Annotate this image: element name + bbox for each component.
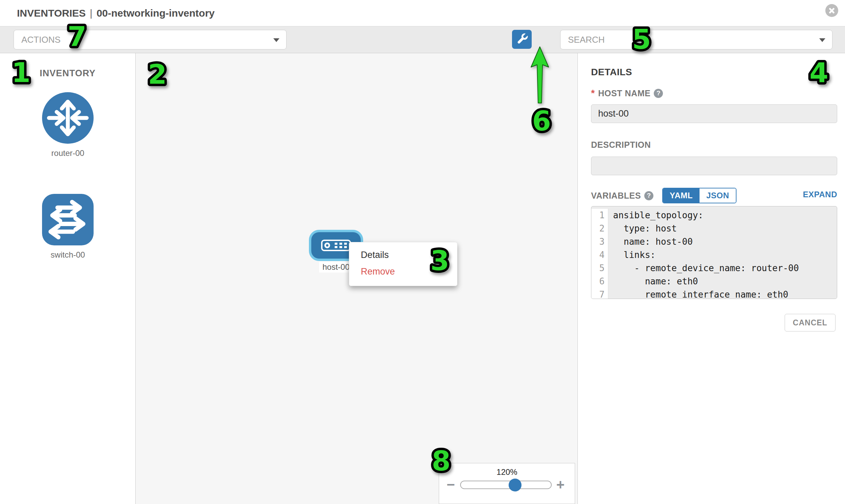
variables-code-editor[interactable]: 1ansible_topology: 2 type: host 3 name: … [591, 206, 837, 299]
close-button[interactable] [825, 4, 838, 17]
code-text: links: [608, 249, 837, 262]
zoom-slider-track[interactable] [460, 481, 552, 489]
node-context-menu: Details Remove [349, 242, 457, 286]
code-line: 6 name: eth0 [592, 275, 837, 288]
search-placeholder: SEARCH [568, 35, 604, 45]
code-text: type: host [608, 222, 837, 235]
line-number: 1 [592, 209, 608, 222]
zoom-level: 120% [439, 467, 575, 477]
switch-icon [42, 194, 93, 246]
search-dropdown[interactable]: SEARCH [560, 30, 832, 50]
title-separator: | [90, 7, 92, 19]
code-line: 5 - remote_device_name: router-00 [592, 262, 837, 275]
code-line: 4 links: [592, 249, 837, 262]
hostname-label: HOST NAME [598, 88, 651, 98]
chevron-down-icon [273, 38, 279, 42]
topology-canvas[interactable]: host-00 Details Remove 120% − + [136, 53, 578, 504]
sidebar-item-router[interactable]: router-00 [42, 92, 93, 158]
code-line: 1ansible_topology: [592, 209, 837, 222]
code-line: 7 remote_interface_name: eth0 [592, 288, 837, 299]
context-menu-item-remove[interactable]: Remove [349, 263, 457, 280]
toggle-toolbox-button[interactable] [512, 30, 532, 49]
code-line: 2 type: host [592, 222, 837, 235]
description-input[interactable] [591, 157, 837, 175]
chevron-down-icon [819, 38, 825, 42]
inventory-sidebar: INVENTORY router-00 [0, 53, 136, 504]
inventory-topology-screen: INVENTORIES|00-networking-inventory ACTI… [0, 0, 845, 504]
hostname-label-row: * HOST NAME ? [591, 88, 663, 98]
code-text: name: host-00 [608, 235, 837, 249]
code-line: 3 name: host-00 [592, 235, 837, 249]
sidebar-item-label: router-00 [42, 148, 93, 158]
zoom-control: 120% − + [439, 463, 575, 504]
page-title-section: INVENTORIES [17, 7, 86, 19]
zoom-slider-thumb[interactable] [509, 479, 522, 491]
code-text: ansible_topology: [608, 209, 837, 222]
expand-link[interactable]: EXPAND [591, 190, 837, 199]
page-title-inventory-name: 00-networking-inventory [96, 7, 215, 19]
details-panel: DETAILS * HOST NAME ? DESCRIPTION VARIAB… [578, 53, 845, 504]
line-number: 4 [592, 249, 608, 262]
description-label-row: DESCRIPTION [591, 140, 651, 150]
actions-dropdown-label: ACTIONS [21, 35, 61, 45]
zoom-slider-row: − + [439, 477, 575, 492]
zoom-out-button[interactable]: − [446, 478, 455, 491]
sidebar-title: INVENTORY [0, 68, 135, 79]
sidebar-item-switch[interactable]: switch-00 [42, 194, 93, 259]
line-number: 5 [592, 262, 608, 275]
wrench-icon [515, 32, 529, 47]
line-number: 3 [592, 235, 608, 249]
code-text: remote_interface_name: eth0 [608, 288, 837, 299]
zoom-in-button[interactable]: + [557, 478, 565, 491]
code-text: name: eth0 [608, 275, 837, 288]
hostname-input[interactable] [591, 104, 837, 123]
line-number: 2 [592, 222, 608, 235]
code-text: - remote_device_name: router-00 [608, 262, 837, 275]
page-title: INVENTORIES|00-networking-inventory [17, 0, 215, 26]
details-panel-title: DETAILS [591, 67, 632, 78]
sidebar-item-label: switch-00 [42, 250, 93, 259]
line-number: 7 [592, 288, 608, 299]
cancel-button[interactable]: CANCEL [785, 314, 835, 331]
actions-dropdown[interactable]: ACTIONS [14, 30, 286, 50]
required-marker: * [591, 88, 595, 98]
app-header: INVENTORIES|00-networking-inventory [0, 0, 845, 26]
toolbar: ACTIONS SEARCH [0, 26, 845, 53]
router-icon [42, 92, 93, 144]
host-node-label: host-00 [319, 262, 353, 272]
context-menu-item-details[interactable]: Details [349, 247, 457, 263]
server-icon [321, 240, 351, 251]
line-number: 6 [592, 275, 608, 288]
hostname-help-icon[interactable]: ? [654, 89, 663, 98]
description-label: DESCRIPTION [591, 140, 651, 150]
